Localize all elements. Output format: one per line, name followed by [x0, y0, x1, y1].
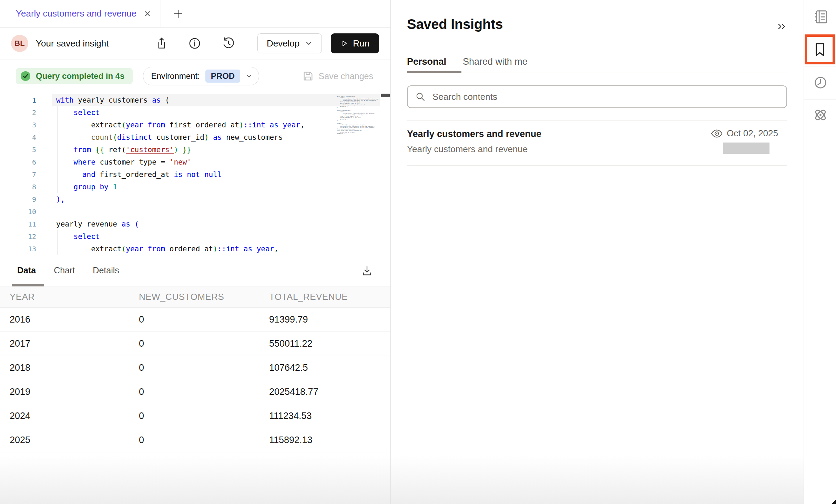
tab-divider [161, 0, 161, 27]
eye-icon [711, 129, 723, 138]
insight-subtitle: Yearly customers and revenue [407, 144, 528, 155]
side-icon-rail [804, 0, 836, 504]
code-line[interactable]: 3 extract(year from first_ordered_at)::i… [0, 119, 390, 131]
saved-insight-item[interactable]: Yearly customers and revenue Oct 02, 202… [407, 128, 787, 165]
tab-details[interactable]: Details [93, 265, 119, 275]
environment-select[interactable]: Environment: PROD [143, 67, 259, 85]
table-cell: 2024 [10, 411, 139, 421]
develop-button[interactable]: Develop [257, 33, 322, 53]
results-tab-bar: Data Chart Details [0, 255, 390, 286]
play-icon [340, 40, 348, 47]
code-line[interactable]: 7 and first_ordered_at is not null [0, 168, 390, 181]
table-header: YEARNEW_CUSTOMERSTOTAL_REVENUE [0, 286, 390, 308]
table-body: 2016091399.7920170550011.2220180107642.5… [0, 308, 390, 452]
insight-toolbar: BL Your saved insight Develop [0, 27, 390, 60]
code-line[interactable]: 8 group by 1 [0, 181, 390, 193]
table-row[interactable]: 201902025418.77 [0, 380, 390, 404]
collapse-panel-button[interactable] [776, 21, 788, 32]
tab-close-icon[interactable] [143, 10, 152, 18]
table-cell: 115892.13 [269, 435, 390, 445]
lineage-button[interactable] [804, 107, 836, 123]
insight-date: Oct 02, 2025 [727, 128, 778, 139]
code-line[interactable]: 2 select [0, 106, 390, 119]
insight-title: Yearly customers and revenue [407, 129, 541, 139]
code-line[interactable]: 1with yearly_customers as ( [0, 94, 390, 106]
divider [407, 120, 787, 121]
rail-divider [804, 132, 836, 132]
run-button[interactable]: Run [331, 33, 379, 53]
saved-insights-panel: Saved Insights Personal Shared with me Y… [391, 0, 804, 504]
tab-yearly-customers-and-revenue[interactable]: Yearly customers and revenue [0, 0, 161, 27]
check-circle-icon [20, 71, 31, 82]
lineage-sparkle-icon [812, 107, 829, 123]
table-row[interactable]: 20250115892.13 [0, 428, 390, 452]
search-box[interactable] [407, 85, 787, 108]
saved-insights-button[interactable] [813, 42, 827, 57]
double-chevron-right-icon [776, 21, 788, 32]
environment-label: Environment: [151, 71, 200, 81]
rail-divider [804, 99, 836, 99]
save-changes-button[interactable]: Save changes [302, 70, 373, 82]
cursor-artifact [832, 500, 836, 504]
tab-personal[interactable]: Personal [407, 56, 446, 67]
table-cell: 2019 [10, 387, 139, 397]
table-cell: 111234.53 [269, 411, 390, 421]
history-button[interactable] [222, 36, 235, 50]
column-header[interactable]: NEW_CUSTOMERS [139, 292, 269, 302]
code-line[interactable]: 13 extract(year from ordered_at)::int as… [0, 243, 390, 255]
table-cell: 2025 [10, 435, 139, 445]
code-line[interactable]: 6 where customer_type = 'new' [0, 156, 390, 168]
active-tab-underline [407, 71, 461, 73]
divider [407, 165, 787, 166]
avatar[interactable]: BL [11, 35, 28, 52]
table-row[interactable]: 2016091399.79 [0, 308, 390, 332]
table-cell: 0 [139, 363, 269, 373]
annotation-highlight [805, 34, 835, 64]
panel-title: Saved Insights [407, 17, 503, 32]
code-line[interactable]: 12 select [0, 230, 390, 243]
new-tab-button[interactable] [171, 6, 186, 21]
table-cell: 0 [139, 411, 269, 421]
query-history-button[interactable] [804, 75, 836, 91]
table-cell: 91399.79 [269, 314, 390, 325]
table-row[interactable]: 20180107642.5 [0, 356, 390, 380]
table-cell: 0 [139, 387, 269, 397]
editor-pane: Yearly customers and revenue BL Your sav… [0, 0, 391, 504]
tab-shared-with-me[interactable]: Shared with me [463, 56, 528, 67]
sql-editor[interactable]: 1with yearly_customers as (2 select3 ext… [0, 92, 390, 255]
query-status-badge: Query completed in 4s [16, 68, 133, 84]
table-cell: 0 [139, 338, 269, 349]
table-cell: 2016 [10, 314, 139, 325]
column-header[interactable]: TOTAL_REVENUE [269, 292, 390, 302]
code-line[interactable]: 10 [0, 206, 390, 218]
tab-chart[interactable]: Chart [54, 265, 75, 275]
table-row[interactable]: 20240111234.53 [0, 404, 390, 428]
chevron-down-icon [305, 40, 313, 47]
download-icon [361, 264, 373, 277]
table-row[interactable]: 20170550011.22 [0, 332, 390, 356]
download-button[interactable] [361, 264, 373, 277]
tab-bar: Yearly customers and revenue [0, 0, 390, 28]
plus-icon [173, 9, 183, 19]
code-line[interactable]: 9), [0, 193, 390, 206]
tab-data[interactable]: Data [17, 265, 36, 275]
share-button[interactable] [155, 36, 168, 50]
environment-value-badge: PROD [205, 70, 240, 83]
catalog-button[interactable] [804, 9, 836, 25]
develop-label: Develop [267, 38, 299, 49]
code-line[interactable]: 4 count(distinct customer_id) as new_cus… [0, 131, 390, 144]
minimap[interactable]: with yearly_customers as ( select extrac… [337, 96, 380, 134]
code-line[interactable]: 5 from {{ ref('customers') }} [0, 144, 390, 156]
bookmark-icon [813, 42, 827, 57]
share-icon [155, 36, 168, 50]
active-tab-underline [12, 284, 44, 286]
info-button[interactable] [188, 36, 202, 50]
editor-scrollbar-thumb[interactable] [381, 94, 390, 97]
code-line[interactable]: 11yearly_revenue as ( [0, 218, 390, 230]
tabs-baseline [407, 73, 787, 73]
table-cell: 107642.5 [269, 363, 390, 373]
code-lines: 1with yearly_customers as (2 select3 ext… [0, 94, 390, 255]
search-input[interactable] [432, 91, 779, 103]
column-header[interactable]: YEAR [10, 292, 139, 302]
chevron-down-icon [246, 73, 253, 80]
